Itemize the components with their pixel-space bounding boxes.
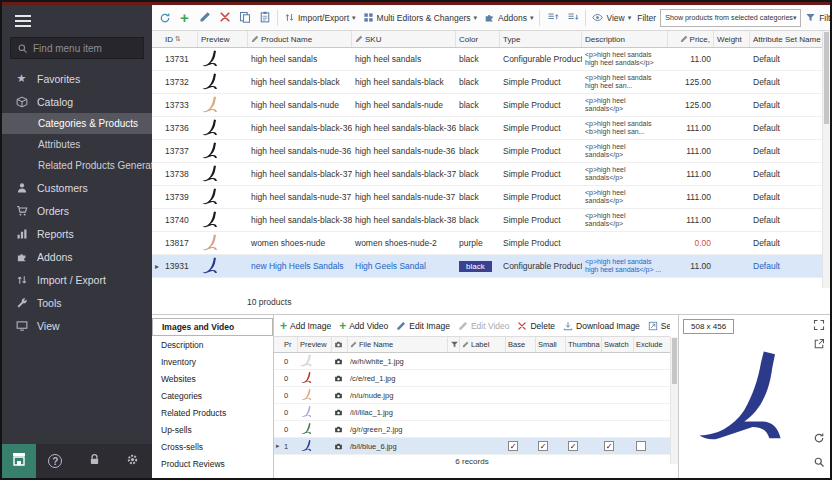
paste-button[interactable] [255,8,274,28]
product-row-13732[interactable]: 13732high heel sandals-blackhigh heel sa… [152,71,822,94]
add-video-button[interactable]: +Add Video [339,321,388,331]
product-row-13731[interactable]: 13731high heel sandalshigh heel sandalsb… [152,48,822,71]
category-filter-select[interactable]: Show products from selected categories▾ [660,9,801,27]
edit-video-button[interactable]: Edit Video [458,321,510,331]
tab-websites[interactable]: Websites [152,370,273,387]
image-column-header-base[interactable]: Base [506,337,536,352]
filters-menu[interactable]: Filters▾ [802,8,830,28]
multi-editors-menu[interactable]: Multi Editors & Changers▾ [360,8,481,28]
column-header-weight[interactable]: Weight [714,31,750,47]
sidebar-item-addons[interactable]: Addons [2,245,152,268]
sidebar-item-catalog[interactable]: Catalog [2,90,152,113]
column-header-price[interactable]: Price, [668,31,714,47]
sidebar-item-tools[interactable]: Tools [2,291,152,314]
delete-button[interactable]: Delete [517,321,555,331]
tab-related-products[interactable]: Related Products [152,404,273,421]
product-row-13737[interactable]: 13737high heel sandals-nude-36high heel … [152,140,822,163]
product-row-13739[interactable]: 13739high heel sandals-nude-37high heel … [152,186,822,209]
column-header-attr[interactable]: Attribute Set Name [750,31,822,47]
sidebar-item-categories-products[interactable]: Categories & Products [2,113,152,134]
product-row-13740[interactable]: 13740high heel sandals-black-38high heel… [152,209,822,232]
image-column-header-fname[interactable]: File Name [348,337,448,352]
tab-up-sells[interactable]: Up-sells [152,421,273,438]
column-header-color[interactable]: Color [456,31,500,47]
open-external-button[interactable] [813,338,827,352]
import-export-menu[interactable]: Import/Export▾ [281,8,359,28]
product-row-13733[interactable]: 13733high heel sandals-nudehigh heel san… [152,94,822,117]
help-button[interactable]: ? [36,454,75,468]
product-row-13738[interactable]: 13738high heel sandals-black-37high heel… [152,163,822,186]
scrollbar-thumb[interactable] [824,32,829,124]
image-column-header-label[interactable]: Label [460,337,506,352]
store-button[interactable] [2,444,36,478]
edit-image-button[interactable]: Edit Image [396,321,450,331]
zoom-icon[interactable] [813,456,827,470]
set-resize-rule-button[interactable]: Set Resize Rule [648,321,670,331]
sidebar-item-customers[interactable]: Customers [2,176,152,199]
column-header-prev[interactable]: Preview [198,31,248,47]
base-checkbox[interactable] [508,441,518,451]
image-column-header-pos[interactable]: Pr [282,337,298,352]
delete-product-button[interactable] [215,8,234,28]
add-product-button[interactable]: + [175,8,194,28]
menu-toggle-button[interactable] [2,5,152,37]
swatch-checkbox[interactable] [604,441,614,451]
view-menu[interactable]: View▾ [589,8,634,28]
product-row-13931[interactable]: ▸13931new High Heels SandalsHigh Geels S… [152,255,822,278]
small-checkbox[interactable] [538,441,548,451]
image-row-b-l-blue-6-jpg[interactable]: ▸1/b/l/blue_6.jpg [274,438,670,455]
menu-search-input[interactable] [33,43,137,54]
column-header-sku[interactable]: SKU [352,31,456,47]
scrollbar-thumb[interactable] [672,338,677,384]
column-header-type[interactable]: Type [500,31,582,47]
sidebar-search[interactable] [10,37,144,59]
copy-button[interactable] [235,8,254,28]
image-column-header-filt[interactable] [448,337,460,352]
column-header-name[interactable]: Product Name [248,31,352,47]
edit-product-button[interactable] [195,8,214,28]
image-row-l-i-lilac-1-jpg[interactable]: 0/l/i/lilac_1.jpg [274,404,670,421]
sidebar-item-related-products-generator[interactable]: Related Products Generator [2,155,152,176]
tab-description[interactable]: Description [152,336,273,353]
product-row-13817[interactable]: 13817women shoes-nudewomen shoes-nude-2p… [152,232,822,255]
images-scrollbar[interactable] [670,337,678,464]
image-column-header-small[interactable]: Small [536,337,566,352]
product-row-13736[interactable]: 13736high heel sandals-black-36high heel… [152,117,822,140]
tab-categories[interactable]: Categories [152,387,273,404]
image-column-header-exclude[interactable]: Exclude [634,337,670,352]
settings-button[interactable] [113,452,152,470]
sort-desc-button[interactable] [563,8,582,28]
image-row-g-r-green-2-jpg[interactable]: 0/g/r/green_2.jpg [274,421,670,438]
column-header-desc[interactable]: Description [582,31,668,47]
refresh-button[interactable] [155,8,174,28]
addons-menu[interactable]: Addons▾ [481,8,536,28]
fullscreen-button[interactable] [813,319,827,333]
tab-product-reviews[interactable]: Product Reviews [152,455,273,472]
image-column-header-prev[interactable]: Preview [298,337,332,352]
sidebar-item-attributes[interactable]: Attributes [2,134,152,155]
image-column-header-swatch[interactable]: Swatch [602,337,634,352]
column-header-id[interactable]: ID⇅ [162,31,198,47]
sidebar-item-view[interactable]: View [2,314,152,337]
lock-button[interactable] [75,452,114,470]
add-image-button[interactable]: +Add Image [280,321,331,331]
refresh-preview-button[interactable] [813,432,827,446]
image-row-c-e-red-1-jpg[interactable]: 0/c/e/red_1.jpg [274,370,670,387]
exclude-checkbox[interactable] [636,441,646,451]
sort-asc-button[interactable] [543,8,562,28]
image-row-w-h-white-1-jpg[interactable]: 0/w/h/white_1.jpg [274,353,670,370]
download-image-button[interactable]: Download Image [563,321,640,331]
thumb-checkbox[interactable] [568,441,578,451]
image-column-header-cam[interactable] [332,337,348,352]
sidebar-item-favorites[interactable]: ★Favorites [2,67,152,90]
tab-images-and-video[interactable]: Images and Video [152,318,273,336]
tab-cross-sells[interactable]: Cross-sells [152,438,273,455]
sidebar-item-reports[interactable]: Reports [2,222,152,245]
sidebar-item-orders[interactable]: Orders [2,199,152,222]
tab-inventory[interactable]: Inventory [152,353,273,370]
image-column-header-thumb[interactable]: Thumbna [566,337,602,352]
image-row-n-u-nude-jpg[interactable]: 0/n/u/nude.jpg [274,387,670,404]
sidebar-item-import-export[interactable]: Import / Export [2,268,152,291]
shoe-image [201,187,221,207]
grid-scrollbar[interactable] [822,31,830,288]
